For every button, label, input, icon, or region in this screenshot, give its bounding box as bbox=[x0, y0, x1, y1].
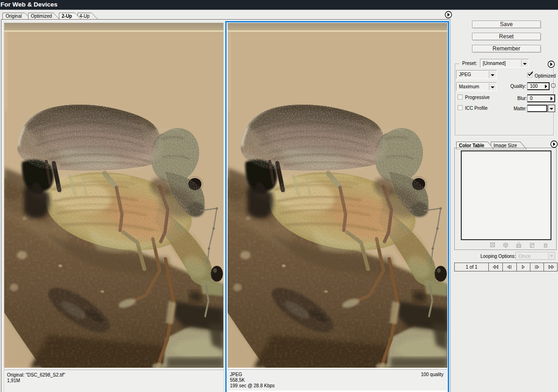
svg-text:4-Up: 4-Up bbox=[79, 14, 90, 19]
svg-text:Color Table: Color Table bbox=[459, 143, 485, 148]
svg-text:2-Up: 2-Up bbox=[62, 14, 72, 19]
svg-text:Image Size: Image Size bbox=[494, 143, 517, 148]
svg-text:Optimized: Optimized bbox=[31, 14, 52, 19]
svg-text:Original: Original bbox=[6, 14, 21, 19]
